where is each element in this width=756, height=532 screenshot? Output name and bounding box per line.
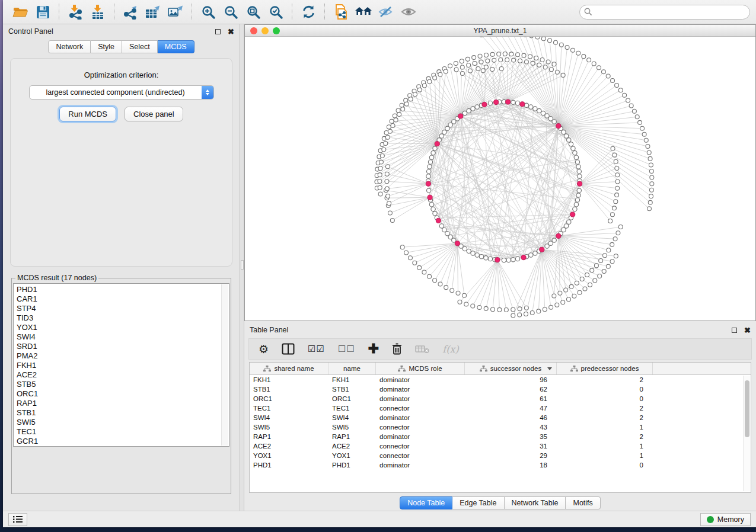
mcds-result-item[interactable]: CAR1: [17, 294, 229, 304]
export-table-button[interactable]: [142, 2, 164, 21]
new-network-from-selection-button[interactable]: [330, 2, 352, 21]
table-cell[interactable]: YOX1: [328, 451, 376, 460]
mcds-result-item[interactable]: RAP1: [17, 399, 229, 408]
table-cell[interactable]: 1: [557, 441, 653, 451]
table-cell[interactable]: STB1: [328, 384, 376, 394]
zoom-in-button[interactable]: [197, 2, 219, 21]
mcds-result-item[interactable]: FKH1: [17, 361, 229, 370]
table-cell[interactable]: dominator: [376, 432, 465, 441]
close-panel-button[interactable]: Close panel: [125, 107, 183, 121]
table-cell[interactable]: PHD1: [250, 460, 328, 470]
table-row[interactable]: PHD1PHD1dominator180: [250, 460, 751, 470]
table-cell[interactable]: FKH1: [328, 375, 376, 384]
table-cell[interactable]: connector: [376, 422, 465, 432]
close-table-panel-icon[interactable]: ✖: [744, 326, 751, 334]
table-row[interactable]: YOX1YOX1connector291: [250, 451, 751, 460]
table-cell[interactable]: YOX1: [250, 451, 328, 460]
table-cell[interactable]: 2: [557, 403, 653, 413]
show-column-button[interactable]: [282, 343, 295, 355]
column-header-MCDS-role[interactable]: MCDS role: [376, 363, 465, 374]
table-cell[interactable]: ACE2: [328, 441, 376, 451]
neighbors-button[interactable]: [352, 2, 375, 21]
mcds-result-item[interactable]: PHD1: [17, 285, 229, 294]
table-row[interactable]: RAP1RAP1dominator352: [250, 432, 751, 441]
table-cell[interactable]: SWI5: [328, 422, 376, 432]
table-cell[interactable]: 29: [465, 451, 557, 460]
table-row[interactable]: ACE2ACE2connector311: [250, 441, 751, 451]
run-mcds-button[interactable]: Run MCDS: [59, 107, 116, 121]
table-cell[interactable]: RAP1: [250, 432, 328, 441]
apply-function-button[interactable]: f(x): [442, 344, 458, 355]
table-cell[interactable]: 2: [557, 432, 653, 441]
import-network-button[interactable]: [64, 2, 87, 21]
table-cell[interactable]: RAP1: [328, 432, 376, 441]
refresh-layout-button[interactable]: [297, 2, 320, 21]
delete-column-button[interactable]: [392, 343, 402, 355]
export-network-button[interactable]: [119, 2, 142, 21]
table-row[interactable]: SWI5SWI5connector431: [250, 422, 751, 432]
delete-table-button[interactable]: [415, 344, 429, 354]
table-cell[interactable]: 31: [465, 441, 557, 451]
mcds-result-item[interactable]: GCR1: [17, 437, 229, 446]
tab-network[interactable]: Network: [48, 40, 91, 53]
mcds-result-item[interactable]: ACE2: [17, 370, 229, 380]
table-cell[interactable]: 43: [465, 422, 557, 432]
mcds-result-item[interactable]: STP4: [17, 304, 229, 313]
zoom-out-button[interactable]: [219, 2, 242, 21]
mcds-result-item[interactable]: STB1: [17, 408, 229, 418]
column-header-shared-name[interactable]: shared name: [250, 363, 328, 374]
table-cell[interactable]: 0: [557, 460, 653, 470]
mcds-result-list[interactable]: PHD1CAR1STP4TID3YOX1SWI4SRD1PMA2FKH1ACE2…: [13, 283, 229, 447]
table-cell[interactable]: 35: [465, 432, 557, 441]
mcds-result-item[interactable]: TEC1: [17, 427, 229, 437]
mcds-result-item[interactable]: YOX1: [17, 323, 229, 332]
mcds-result-item[interactable]: SRD1: [17, 342, 229, 351]
table-row[interactable]: SWI4SWI4dominator462: [250, 413, 751, 422]
add-column-button[interactable]: ✚: [368, 342, 379, 355]
table-cell[interactable]: dominator: [376, 394, 465, 403]
tab-network-table[interactable]: Network Table: [505, 496, 566, 509]
search-input[interactable]: [579, 5, 750, 20]
table-cell[interactable]: FKH1: [250, 375, 328, 384]
table-cell[interactable]: 0: [557, 384, 653, 394]
table-cell[interactable]: ORC1: [250, 394, 328, 403]
mcds-result-item[interactable]: ORC1: [17, 389, 229, 399]
table-cell[interactable]: 96: [465, 375, 557, 384]
table-cell[interactable]: ORC1: [328, 394, 376, 403]
zoom-fit-button[interactable]: [242, 2, 264, 21]
table-cell[interactable]: ACE2: [250, 441, 328, 451]
tab-edge-table[interactable]: Edge Table: [452, 496, 504, 509]
table-cell[interactable]: 61: [465, 394, 557, 403]
tab-node-table[interactable]: Node Table: [400, 496, 452, 509]
table-cell[interactable]: dominator: [376, 375, 465, 384]
table-cell[interactable]: dominator: [376, 413, 465, 422]
table-cell[interactable]: PHD1: [328, 460, 376, 470]
table-row[interactable]: TEC1TEC1connector472: [250, 403, 751, 413]
column-header-name[interactable]: name: [328, 363, 376, 374]
tab-select[interactable]: Select: [122, 40, 158, 53]
sort-indicator-icon[interactable]: [547, 367, 552, 370]
table-row[interactable]: FKH1FKH1dominator962: [250, 375, 751, 384]
table-cell[interactable]: connector: [376, 451, 465, 460]
table-cell[interactable]: TEC1: [250, 403, 328, 413]
criterion-select[interactable]: largest connected component (undirected): [29, 85, 214, 100]
table-cell[interactable]: 1: [557, 422, 653, 432]
close-panel-icon[interactable]: ✖: [228, 28, 234, 36]
hide-selected-button[interactable]: [375, 2, 397, 21]
export-image-button[interactable]: [164, 2, 187, 21]
table-cell[interactable]: STB1: [250, 384, 328, 394]
import-table-button[interactable]: [87, 2, 109, 21]
mcds-result-item[interactable]: STB5: [17, 380, 229, 389]
open-file-button[interactable]: [9, 2, 31, 21]
deselect-all-button[interactable]: ☐☐: [338, 344, 355, 354]
column-header-successor-nodes[interactable]: successor nodes: [465, 363, 557, 374]
select-all-button[interactable]: ☑☑: [308, 344, 325, 354]
tab-style[interactable]: Style: [91, 40, 122, 53]
table-scrollbar[interactable]: [743, 376, 750, 491]
vertical-splitter[interactable]: [240, 24, 244, 511]
table-cell[interactable]: dominator: [376, 460, 465, 470]
table-cell[interactable]: SWI4: [250, 413, 328, 422]
mcds-result-item[interactable]: PMA2: [17, 351, 229, 361]
table-cell[interactable]: dominator: [376, 384, 465, 394]
table-row[interactable]: STB1STB1dominator620: [250, 384, 751, 394]
